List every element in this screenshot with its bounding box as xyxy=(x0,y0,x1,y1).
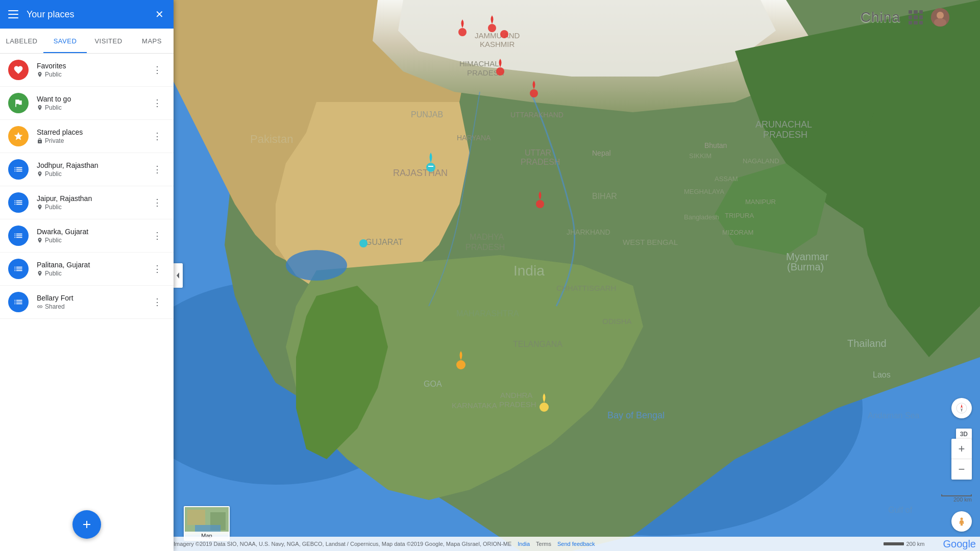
starred-places-more-button[interactable]: ⋮ xyxy=(149,128,165,144)
bellary-fort-more-button[interactable]: ⋮ xyxy=(149,294,165,310)
zoom-controls: + − xyxy=(951,439,972,480)
list-item-favorites[interactable]: Favorites Public ⋮ xyxy=(0,54,174,87)
zoom-out-button[interactable]: − xyxy=(951,459,972,480)
map-thumbnail[interactable]: Map xyxy=(184,506,230,541)
list-item-palitana[interactable]: Palitana, Gujarat Public ⋮ xyxy=(0,253,174,286)
svg-text:PUNJAB: PUNJAB xyxy=(411,110,443,119)
svg-text:KARNATAKA: KARNATAKA xyxy=(452,401,497,410)
jaipur-more-button[interactable]: ⋮ xyxy=(149,194,165,211)
svg-point-50 xyxy=(458,28,467,36)
map-bottom-bar: Imagery ©2019 Data SIO, NOAA, U.S. Navy,… xyxy=(174,537,980,551)
svg-text:GOA: GOA xyxy=(424,380,442,388)
svg-point-57 xyxy=(359,239,368,247)
list-item-jodhpur[interactable]: Jodhpur, Rajasthan Public ⋮ xyxy=(0,153,174,186)
svg-point-55 xyxy=(426,163,435,172)
starred-places-content: Starred places Private xyxy=(37,128,149,144)
svg-text:Laos: Laos xyxy=(873,370,891,379)
svg-text:(Burma): (Burma) xyxy=(787,261,824,272)
palitana-icon xyxy=(8,259,29,279)
list-item-starred-places[interactable]: Starred places Private ⋮ xyxy=(0,120,174,153)
svg-point-58 xyxy=(536,200,544,208)
favorites-subtitle: Public xyxy=(37,71,149,78)
want-to-go-subtitle: Public xyxy=(37,104,149,111)
close-sidebar-button[interactable]: ✕ xyxy=(153,8,165,20)
svg-text:India: India xyxy=(513,263,545,279)
tab-visited[interactable]: VISITED xyxy=(87,29,130,53)
add-place-fab[interactable] xyxy=(72,510,101,539)
send-feedback-link[interactable]: Send feedback xyxy=(557,541,595,547)
list-item-jaipur[interactable]: Jaipur, Rajasthan Public ⋮ xyxy=(0,186,174,219)
saved-places-list: Favorites Public ⋮ Want to go Public ⋮ xyxy=(0,54,174,551)
svg-text:WEST BENGAL: WEST BENGAL xyxy=(623,238,678,246)
want-to-go-icon xyxy=(8,93,29,113)
user-avatar[interactable] xyxy=(931,8,949,27)
jodhpur-title: Jodhpur, Rajasthan xyxy=(37,161,149,169)
list-item-dwarka[interactable]: Dwarka, Gujarat Public ⋮ xyxy=(0,219,174,253)
dwarka-more-button[interactable]: ⋮ xyxy=(149,228,165,244)
svg-text:PRADESH: PRADESH xyxy=(465,243,505,252)
zoom-in-button[interactable]: + xyxy=(951,439,972,459)
bellary-fort-subtitle: Shared xyxy=(37,303,149,310)
tab-maps[interactable]: MAPS xyxy=(130,29,174,53)
svg-text:BIHAR: BIHAR xyxy=(592,192,617,201)
svg-text:HARYANA: HARYANA xyxy=(457,134,491,142)
bellary-fort-content: Bellary Fort Shared xyxy=(37,294,149,310)
svg-text:MIZORAM: MIZORAM xyxy=(722,229,753,236)
favorites-icon xyxy=(8,60,29,80)
want-to-go-more-button[interactable]: ⋮ xyxy=(149,95,165,111)
svg-text:TRIPURA: TRIPURA xyxy=(725,212,754,219)
jodhpur-content: Jodhpur, Rajasthan Public xyxy=(37,161,149,178)
svg-text:Thailand: Thailand xyxy=(847,338,887,349)
list-item-want-to-go[interactable]: Want to go Public ⋮ xyxy=(0,87,174,120)
svg-text:TELANGANA: TELANGANA xyxy=(513,340,562,348)
map-container: Pakistan PUNJAB HARYANA UTTARAKHAND HIMA… xyxy=(174,0,980,551)
bellary-fort-title: Bellary Fort xyxy=(37,294,149,302)
svg-text:Gulf of: Gulf of xyxy=(888,506,913,514)
jaipur-title: Jaipur, Rajasthan xyxy=(37,194,149,203)
favorites-more-button[interactable]: ⋮ xyxy=(149,62,165,78)
sidebar-header: Your places ✕ xyxy=(0,0,174,29)
svg-text:JAMMU AND: JAMMU AND xyxy=(475,31,520,40)
tabs: LABELED SAVED VISITED MAPS xyxy=(0,29,174,54)
svg-point-54 xyxy=(530,89,538,97)
svg-text:CHHATTISGARH: CHHATTISGARH xyxy=(556,284,616,292)
svg-text:HIMACHAL: HIMACHAL xyxy=(459,59,499,68)
svg-point-65 xyxy=(961,518,963,520)
starred-places-title: Starred places xyxy=(37,128,149,136)
svg-text:ARUNACHAL: ARUNACHAL xyxy=(755,119,812,130)
tab-labeled[interactable]: LABELED xyxy=(0,29,43,53)
palitana-content: Palitana, Gujarat Public xyxy=(37,261,149,277)
dwarka-title: Dwarka, Gujarat xyxy=(37,228,149,236)
street-view-button[interactable] xyxy=(951,511,972,532)
compass-button[interactable] xyxy=(951,398,972,418)
svg-text:JHARKHAND: JHARKHAND xyxy=(567,228,610,236)
jodhpur-more-button[interactable]: ⋮ xyxy=(149,161,165,178)
svg-text:PRADESH: PRADESH xyxy=(521,158,560,166)
svg-text:PRADESH: PRADESH xyxy=(499,400,536,409)
country-label: China xyxy=(861,9,900,26)
tab-saved[interactable]: SAVED xyxy=(43,29,87,53)
list-item-bellary-fort[interactable]: Bellary Fort Shared ⋮ xyxy=(0,286,174,319)
sidebar: Your places ✕ LABELED SAVED VISITED MAPS… xyxy=(0,0,174,551)
india-link[interactable]: India xyxy=(518,541,530,547)
svg-text:SIKKIM: SIKKIM xyxy=(689,152,712,160)
hamburger-menu-button[interactable] xyxy=(8,10,18,18)
svg-text:PRADESH: PRADESH xyxy=(763,130,807,140)
collapse-sidebar-button[interactable] xyxy=(174,263,183,288)
3d-button[interactable]: 3D xyxy=(956,429,972,440)
svg-text:Bhutan: Bhutan xyxy=(704,141,727,149)
palitana-title: Palitana, Gujarat xyxy=(37,261,149,269)
svg-text:Pakistan: Pakistan xyxy=(250,133,293,145)
svg-text:MANIPUR: MANIPUR xyxy=(745,198,776,206)
palitana-more-button[interactable]: ⋮ xyxy=(149,261,165,277)
favorites-title: Favorites xyxy=(37,62,149,70)
grid-icon[interactable] xyxy=(909,10,923,24)
svg-point-63 xyxy=(934,18,946,27)
svg-text:NAGALAND: NAGALAND xyxy=(743,157,779,165)
svg-text:ODISHA: ODISHA xyxy=(602,317,632,325)
dwarka-subtitle: Public xyxy=(37,237,149,244)
svg-text:Bangladesh: Bangladesh xyxy=(684,213,719,221)
want-to-go-title: Want to go xyxy=(37,95,149,103)
svg-text:KASHMIR: KASHMIR xyxy=(480,40,515,48)
svg-text:UTTAR: UTTAR xyxy=(525,148,551,157)
